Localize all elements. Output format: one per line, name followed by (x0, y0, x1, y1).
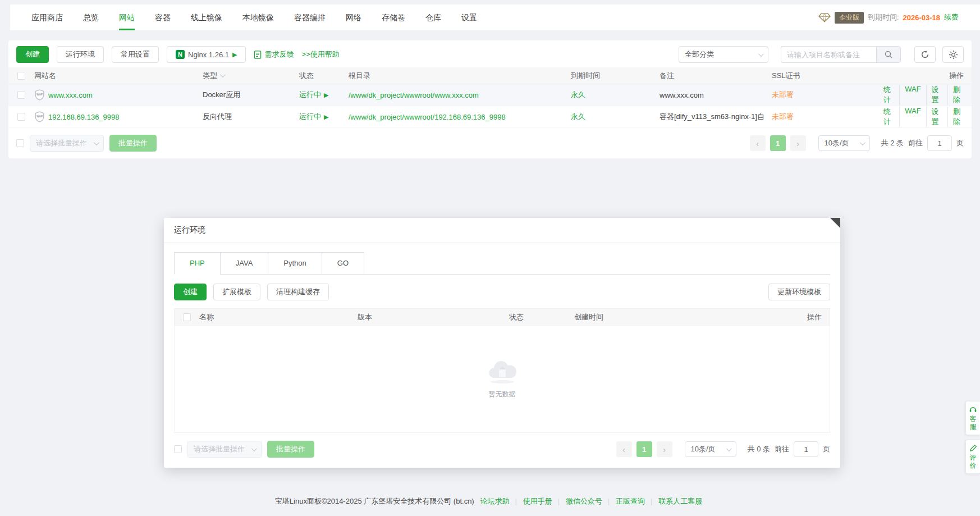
nav-tab-settings[interactable]: 设置 (461, 4, 477, 30)
batch-apply-button[interactable]: 批量操作 (109, 135, 157, 152)
site-remark[interactable]: 容器[dify_v113_sm63-nginx-1]自 (660, 112, 772, 122)
chevron-down-icon (726, 446, 731, 451)
close-icon[interactable] (830, 218, 840, 228)
settings-link[interactable]: 设置 (926, 85, 947, 105)
footer-link-license-check[interactable]: 正版查询 (608, 497, 645, 505)
next-page-button[interactable]: › (657, 441, 672, 457)
goto-page-input[interactable] (927, 135, 952, 151)
modal-batch-apply-button[interactable]: 批量操作 (267, 441, 314, 458)
row-checkbox[interactable] (17, 91, 25, 99)
site-link[interactable]: 192.168.69.136_9998 (48, 113, 120, 121)
update-template-button[interactable]: 更新环境模板 (768, 284, 830, 300)
feedback-link[interactable]: 需求反馈 (254, 49, 294, 60)
waf-link[interactable]: WAF (899, 107, 926, 127)
modal-page-size-select[interactable]: 10条/页 (685, 441, 736, 457)
nav-tab-local-images[interactable]: 本地镜像 (242, 4, 274, 30)
tab-python[interactable]: Python (268, 252, 322, 275)
select-all-checkbox[interactable] (17, 72, 25, 80)
row-checkbox[interactable] (17, 113, 25, 121)
prev-page-button[interactable]: ‹ (616, 441, 632, 457)
prev-page-button[interactable]: ‹ (750, 135, 766, 151)
modal-table-header: 名称 版本 状态 创建时间 操作 (174, 308, 830, 325)
nav-tab-app-store[interactable]: 应用商店 (31, 4, 63, 30)
col-created: 创建时间 (574, 312, 743, 322)
nav-tab-network[interactable]: 网络 (346, 4, 361, 30)
chevron-down-icon (859, 140, 865, 145)
footer-link-wechat[interactable]: 微信公众号 (558, 497, 602, 505)
review-label: 评价 (969, 454, 977, 470)
refresh-button[interactable] (914, 46, 936, 63)
col-name: 网站名 (34, 71, 203, 81)
help-link[interactable]: >>使用帮助 (301, 49, 339, 60)
tab-java[interactable]: JAVA (220, 252, 269, 275)
ssl-status[interactable]: 未部署 (772, 90, 878, 100)
stats-link[interactable]: 统计 (878, 85, 899, 105)
review-tab[interactable]: 评价 (965, 440, 980, 474)
waf-link[interactable]: WAF (899, 85, 926, 105)
root-path-link[interactable]: /www/dk_project/wwwroot/192.168.69.136_9… (349, 113, 506, 121)
modal-goto-page-input[interactable] (794, 441, 818, 457)
nav-tab-repository[interactable]: 仓库 (425, 4, 441, 30)
modal-select-all-checkbox[interactable] (183, 313, 191, 321)
nav-tab-compose[interactable]: 容器编排 (294, 4, 326, 30)
modal-toolbar: 创建 扩展模板 清理构建缓存 更新环境模板 (174, 284, 830, 300)
stats-link[interactable]: 统计 (878, 107, 899, 127)
table-settings-button[interactable] (942, 46, 964, 63)
clean-cache-button[interactable]: 清理构建缓存 (267, 284, 329, 300)
license-info: 企业版 到期时间: 2026-03-18 续费 (818, 12, 959, 24)
main-nav: 应用商店 总览 网站 容器 线上镜像 本地镜像 容器编排 网络 存储卷 仓库 设… (31, 4, 477, 30)
root-path-link[interactable]: /www/dk_project/wwwroot/www.xxx.com (349, 91, 479, 99)
delete-link[interactable]: 删除 (947, 107, 964, 127)
footer-link-support[interactable]: 联系人工客服 (651, 497, 702, 505)
modal-batch-action-select[interactable]: 请选择批量操作 (187, 441, 262, 458)
next-page-button[interactable]: › (790, 135, 806, 151)
nav-tab-overview[interactable]: 总览 (83, 4, 99, 30)
runtime-modal: 运行环境 PHP JAVA Python GO 创建 扩展模板 清理构建缓存 更… (164, 218, 840, 468)
nav-tab-container[interactable]: 容器 (155, 4, 171, 30)
nav-tab-website[interactable]: 网站 (119, 4, 135, 30)
common-settings-button[interactable]: 常用设置 (112, 46, 159, 63)
extend-template-button[interactable]: 扩展模板 (213, 284, 260, 300)
site-remark[interactable]: www.xxx.com (660, 91, 772, 99)
search-button[interactable] (876, 46, 901, 63)
tab-php[interactable]: PHP (174, 252, 221, 275)
nav-tab-online-images[interactable]: 线上镜像 (191, 4, 222, 30)
webserver-button[interactable]: N Nginx 1.26.1 ▶ (167, 46, 246, 63)
toolbar-right: 全部分类 (679, 46, 964, 63)
ssl-status[interactable]: 未部署 (772, 112, 878, 122)
goto-label: 前往 (908, 138, 923, 148)
gear-icon (949, 50, 958, 60)
category-select[interactable]: 全部分类 (679, 46, 768, 63)
delete-link[interactable]: 删除 (947, 85, 964, 105)
footer-link-forum[interactable]: 论坛求助 (480, 497, 510, 505)
create-env-button[interactable]: 创建 (174, 284, 207, 300)
footer: 宝塔Linux面板©2014-2025 广东堡塔安全技术有限公司 (bt.cn)… (0, 496, 980, 506)
runtime-env-button[interactable]: 运行环境 (57, 46, 104, 63)
sites-toolbar: 创建 运行环境 常用设置 N Nginx 1.26.1 ▶ 需求反馈 >>使用帮… (8, 40, 972, 67)
batch-action-select[interactable]: 请选择批量操作 (30, 135, 104, 152)
row-ops: 统计 WAF 设置 删除 (878, 107, 972, 127)
table-row: WAF 192.168.69.136_9998 反向代理 运行中▶ /www/d… (8, 106, 972, 128)
footer-link-manual[interactable]: 使用手册 (515, 497, 552, 505)
tab-go[interactable]: GO (322, 252, 364, 275)
current-page-button[interactable]: 1 (770, 135, 786, 151)
col-type[interactable]: 类型 (203, 71, 299, 81)
site-link[interactable]: www.xxx.com (48, 91, 93, 99)
site-status[interactable]: 运行中▶ (299, 112, 349, 122)
site-status[interactable]: 运行中▶ (299, 90, 349, 100)
customer-service-tab[interactable]: 客服 (965, 401, 980, 435)
settings-link[interactable]: 设置 (926, 107, 947, 127)
batch-select-all-checkbox[interactable] (16, 139, 24, 147)
chevron-down-icon (758, 51, 764, 57)
create-site-button[interactable]: 创建 (16, 46, 49, 63)
pagination: ‹ 1 › 10条/页 共 2 条 前往 页 (750, 135, 964, 151)
search-input[interactable] (781, 46, 876, 63)
page-size-select[interactable]: 10条/页 (818, 135, 870, 151)
current-page-button[interactable]: 1 (636, 441, 652, 457)
col-name: 名称 (199, 312, 358, 322)
nav-tab-volumes[interactable]: 存储卷 (382, 4, 405, 30)
feedback-doc-icon (254, 51, 262, 59)
expire-date: 2026-03-18 (903, 13, 941, 22)
renew-link[interactable]: 续费 (944, 12, 959, 22)
modal-batch-checkbox[interactable] (174, 445, 182, 453)
